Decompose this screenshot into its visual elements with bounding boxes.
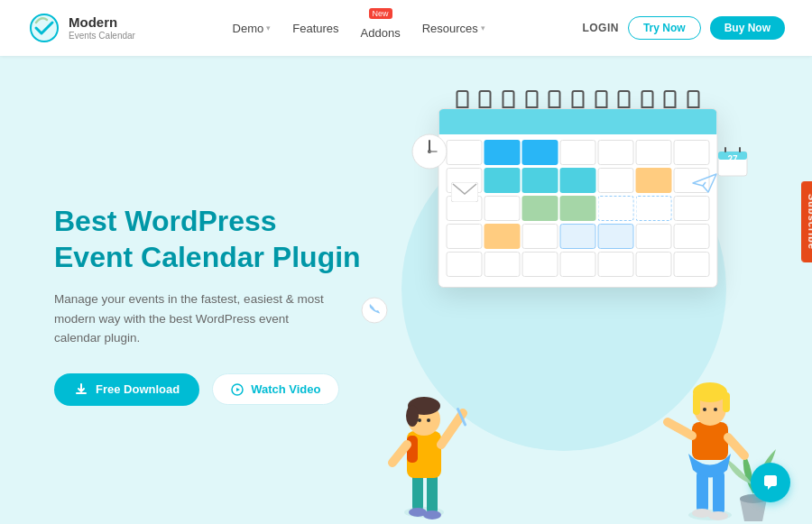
header-actions: LOGIN Try Now Buy Now (582, 16, 785, 40)
logo-icon (27, 11, 61, 45)
svg-point-33 (708, 511, 728, 520)
main-nav: Demo ▾ Features New Addons Resources ▾ (233, 17, 485, 40)
play-icon (231, 383, 244, 396)
download-icon (74, 382, 88, 397)
try-now-button[interactable]: Try Now (628, 16, 701, 40)
svg-line-27 (392, 445, 407, 463)
free-download-button[interactable]: Free Download (54, 373, 199, 406)
svg-point-23 (406, 405, 419, 427)
svg-point-18 (423, 510, 441, 519)
svg-rect-37 (693, 392, 700, 415)
paper-plane-icon (692, 173, 717, 193)
logo: Modern Events Calendar (27, 11, 135, 45)
svg-text:27: 27 (727, 154, 738, 164)
nav-features[interactable]: Features (292, 22, 338, 35)
phone-icon (361, 297, 388, 324)
svg-rect-38 (723, 392, 730, 412)
chat-button[interactable] (751, 463, 790, 502)
character-left (374, 345, 474, 524)
calendar-main (438, 101, 718, 288)
chevron-down-icon: ▾ (266, 23, 271, 32)
hero-buttons: Free Download Watch Video (54, 373, 361, 406)
hero-illustration: 27 (361, 83, 767, 524)
clock-icon (411, 133, 448, 170)
login-button[interactable]: LOGIN (582, 22, 619, 34)
subscribe-tab[interactable]: Subscribe (801, 180, 812, 262)
watch-video-button[interactable]: Watch Video (212, 373, 339, 405)
character-right (659, 336, 762, 524)
calendar-rings (438, 94, 718, 108)
svg-rect-16 (427, 472, 438, 515)
mini-calendar-icon: 27 (716, 146, 749, 179)
chevron-down-icon: ▾ (481, 23, 485, 32)
svg-line-41 (668, 422, 692, 436)
svg-point-25 (427, 418, 430, 422)
email-icon (451, 182, 478, 202)
calendar-grid (439, 134, 717, 287)
svg-point-40 (714, 408, 717, 411)
svg-point-24 (418, 418, 421, 422)
calendar-widget (438, 108, 718, 288)
logo-subtitle: Events Calendar (69, 31, 135, 41)
nav-addons[interactable]: New Addons (361, 17, 401, 40)
logo-text: Modern Events Calendar (69, 15, 135, 41)
svg-rect-34 (692, 422, 728, 460)
buy-now-button[interactable]: Buy Now (710, 16, 785, 40)
chat-icon (761, 473, 780, 492)
header: Modern Events Calendar Demo ▾ Features N… (0, 0, 812, 56)
hero-title: Best WordPress Event Calendar Plugin (54, 203, 361, 275)
svg-point-39 (703, 408, 706, 411)
hero-section: Best WordPress Event Calendar Plugin Man… (0, 56, 812, 524)
nav-resources[interactable]: Resources ▾ (422, 22, 485, 35)
calendar-header (439, 109, 717, 134)
hero-text: Best WordPress Event Calendar Plugin Man… (54, 203, 361, 406)
svg-rect-0 (76, 392, 87, 394)
logo-modern: Modern (69, 15, 135, 31)
new-badge: New (369, 8, 392, 19)
hero-description: Manage your events in the fastest, easie… (54, 290, 325, 348)
nav-demo[interactable]: Demo ▾ (233, 22, 272, 35)
svg-line-12 (703, 182, 706, 186)
svg-line-42 (728, 437, 744, 455)
svg-line-26 (441, 413, 463, 445)
